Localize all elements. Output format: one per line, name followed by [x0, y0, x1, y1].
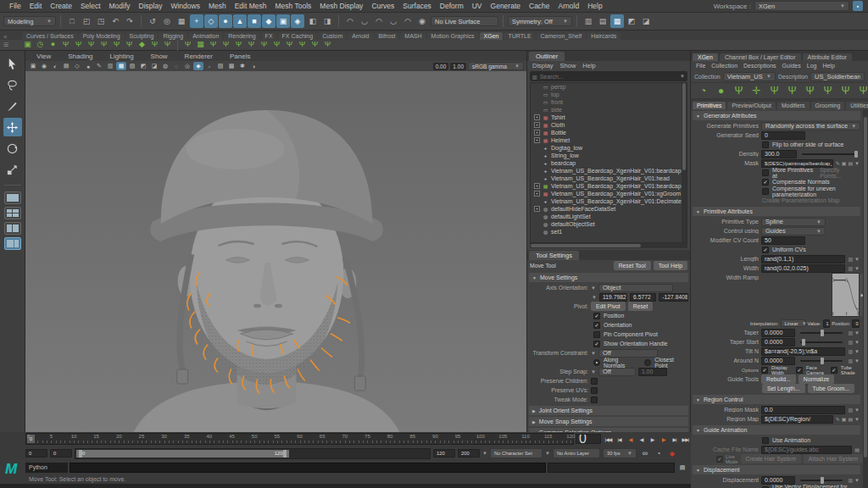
- menu-curves[interactable]: Curves: [367, 2, 398, 10]
- outliner-item[interactable]: ++Vietnam_US_Beardcap_XgenHair_V01:beard…: [531, 167, 687, 175]
- viewport-menu-shading[interactable]: Shading: [64, 53, 97, 60]
- tab-tool-settings[interactable]: Tool Settings: [529, 251, 579, 260]
- select-face-icon[interactable]: ◆: [262, 14, 275, 28]
- outliner-item[interactable]: ++Vietnam_US_Beardcap_XgenHair_V01:Decim…: [531, 197, 687, 205]
- range-slider[interactable]: 0 120: [75, 448, 431, 459]
- move-snap-settings-section-header[interactable]: ▶Move Snap Settings: [529, 417, 688, 426]
- play-forwards-button[interactable]: ▶: [647, 434, 658, 445]
- playback-start-field[interactable]: 0: [50, 449, 72, 458]
- taper-start-field[interactable]: 0.0000: [761, 338, 795, 347]
- command-input[interactable]: [70, 463, 546, 473]
- normalize-button[interactable]: Normalize: [798, 374, 835, 384]
- outliner-item[interactable]: ++beardcap: [531, 159, 687, 167]
- xray-joints-icon[interactable]: ▩: [226, 62, 236, 70]
- xgen-scale-guide-icon[interactable]: Ψ: [838, 84, 853, 98]
- tilt-n-field[interactable]: $a=rand(-20,5);\n$a: [761, 347, 845, 356]
- snap-projected-icon[interactable]: ◡: [387, 14, 400, 28]
- shelf-tab-mash[interactable]: MASH: [400, 32, 426, 40]
- go-to-end-button[interactable]: ▶▶|: [680, 434, 691, 445]
- xgen-menu-guides[interactable]: Guides: [782, 63, 801, 69]
- chevron-down-icon[interactable]: ▼: [854, 340, 860, 345]
- browse-map-icon[interactable]: ▤: [848, 416, 853, 422]
- fps-select[interactable]: 30 fps▼: [603, 448, 637, 458]
- outliner-vertical-scrollbar[interactable]: [682, 83, 687, 242]
- ramp-position-field[interactable]: 0.000: [852, 319, 860, 328]
- menu-mesh[interactable]: Mesh: [204, 2, 231, 10]
- outliner-item[interactable]: +▦Bottle: [531, 129, 687, 136]
- 2d-pan-icon[interactable]: ●: [83, 62, 93, 70]
- guide-animation-header[interactable]: ▼Guide Animation: [693, 425, 860, 435]
- layout-two-pane-button[interactable]: [4, 222, 21, 235]
- scale-tool[interactable]: [3, 160, 22, 179]
- move-settings-section-header[interactable]: ▼ Move Settings: [529, 273, 688, 282]
- menu-mesh-display[interactable]: Mesh Display: [315, 2, 367, 10]
- dock-tab-channel-box-layer-editor[interactable]: Channel Box / Layer Editor: [720, 53, 801, 61]
- lighting-icon[interactable]: ◩: [138, 62, 148, 70]
- shelf-tab-haircards[interactable]: Haircards: [587, 32, 620, 40]
- layout-four-pane-button[interactable]: [4, 207, 21, 219]
- snap-view-icon[interactable]: ◠: [401, 14, 415, 28]
- chevron-down-icon[interactable]: ▼: [854, 330, 860, 336]
- expand-toggle-icon[interactable]: +: [534, 183, 540, 189]
- groom-create-icon[interactable]: ▦: [195, 39, 206, 49]
- preserve-children-checkbox[interactable]: [591, 378, 598, 385]
- position-checkbox[interactable]: [593, 313, 600, 319]
- taper-slider[interactable]: [800, 332, 843, 334]
- render-icon[interactable]: ▥: [581, 14, 595, 28]
- render-flag-icon[interactable]: ◎: [160, 14, 174, 28]
- xgen-tab-preview-output[interactable]: Preview/Output: [727, 102, 775, 109]
- show-orientation-handle-checkbox[interactable]: [593, 341, 600, 347]
- xgen-tab-utilities[interactable]: Utilities: [846, 102, 868, 109]
- expression-icon[interactable]: ▥: [848, 265, 853, 271]
- select-object-icon[interactable]: ◇: [204, 14, 218, 28]
- xgen-place-guide-icon[interactable]: Ψ: [73, 39, 84, 49]
- menu-set-select[interactable]: Modeling▼: [3, 16, 56, 26]
- outliner-item[interactable]: +◍defaultHideFaceDataSet: [531, 205, 687, 213]
- shelf-tab-turtle[interactable]: TURTLE: [504, 32, 535, 40]
- new-scene-icon[interactable]: □: [65, 14, 79, 28]
- go-to-start-button[interactable]: |◀◀: [603, 434, 614, 445]
- xray-icon[interactable]: ▨: [215, 62, 225, 70]
- taper-start-slider[interactable]: [800, 341, 843, 343]
- compensate-normals-checkbox[interactable]: [762, 179, 769, 186]
- xgen-menu-file[interactable]: File: [696, 63, 705, 69]
- expand-toggle-icon[interactable]: +: [534, 206, 540, 212]
- step-back-frame-button[interactable]: ◀|: [625, 434, 636, 445]
- reset-tool-button[interactable]: Reset Tool: [614, 261, 651, 270]
- menu-surfaces[interactable]: Surfaces: [398, 2, 436, 10]
- viewport-menu-view[interactable]: View: [32, 53, 55, 60]
- menu-file[interactable]: File: [5, 2, 25, 10]
- menu-mesh-tools[interactable]: Mesh Tools: [271, 2, 316, 10]
- more-primitives-checkbox[interactable]: [762, 169, 769, 176]
- outliner-item[interactable]: +▦Tshirt: [531, 114, 687, 121]
- groom-bend-icon[interactable]: Ψ: [233, 39, 244, 49]
- outliner-item[interactable]: +▭top: [531, 91, 687, 98]
- shelf-tab-arnold[interactable]: Arnold: [348, 32, 373, 40]
- xgen-guide-lock-icon[interactable]: Ψ: [803, 84, 817, 98]
- select-hierarchy-icon[interactable]: +: [190, 14, 203, 28]
- step-snap-amount-field[interactable]: 1.00: [638, 368, 667, 376]
- shelf-tab-xgen[interactable]: XGen: [480, 32, 504, 40]
- xgen-guide-time-icon[interactable]: Ψ: [785, 84, 799, 98]
- expression-icon[interactable]: ▥: [848, 330, 853, 336]
- along-normals-radio[interactable]: [593, 359, 600, 366]
- chevron-down-icon[interactable]: ▼: [854, 257, 860, 262]
- displacement-header[interactable]: ▼Displacement: [693, 465, 860, 474]
- axis-orientation-select[interactable]: Object: [598, 284, 673, 292]
- xgen-scrollbar[interactable]: [863, 109, 868, 488]
- lasso-tool[interactable]: [3, 75, 22, 94]
- expand-toggle-icon[interactable]: +: [534, 114, 540, 120]
- xgen-cut-icon[interactable]: Ψ: [124, 39, 135, 49]
- light-editor-icon[interactable]: ◪: [639, 14, 653, 28]
- outliner-item[interactable]: +▦Vietnam_US_Beardcap_XgenHair_V01:xgGro…: [531, 190, 687, 197]
- bookmark-icon[interactable]: ▤: [61, 62, 71, 70]
- range-end-handle[interactable]: [283, 450, 287, 458]
- xgen-tab-modifiers[interactable]: Modifiers: [777, 102, 810, 109]
- select-camera-icon[interactable]: ▣: [28, 62, 38, 70]
- rotate-tool[interactable]: [3, 139, 22, 158]
- exposure-field[interactable]: 0.00: [433, 63, 449, 70]
- shadows-icon[interactable]: ◪: [149, 62, 159, 70]
- save-scene-icon[interactable]: ◳: [94, 14, 108, 28]
- shelf-tab-motion-graphics[interactable]: Motion Graphics: [427, 32, 479, 40]
- xgen-comb-icon[interactable]: Ψ: [86, 39, 97, 49]
